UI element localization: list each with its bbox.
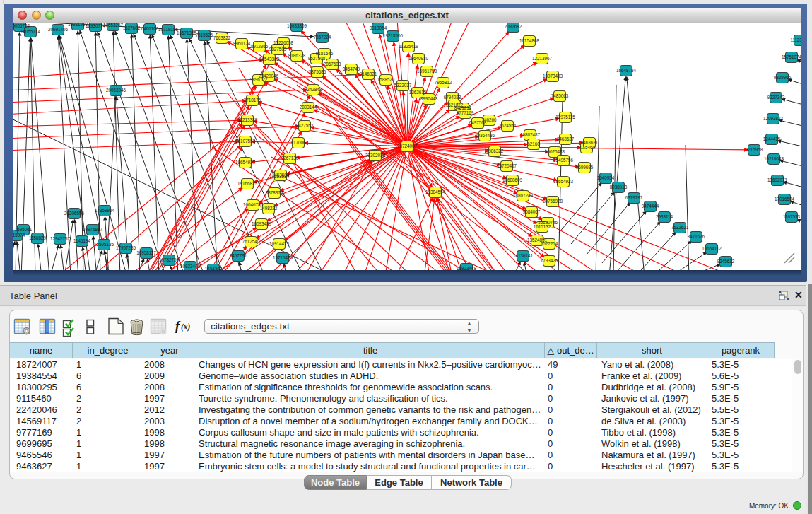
svg-text:1733426: 1733426 — [541, 258, 558, 263]
svg-text:8451212: 8451212 — [454, 105, 472, 110]
svg-text:6379197: 6379197 — [625, 195, 643, 200]
svg-text:1453594: 1453594 — [272, 173, 290, 177]
svg-text:7955812: 7955812 — [435, 80, 452, 85]
svg-text:9777169: 9777169 — [457, 110, 474, 115]
svg-text:14055714: 14055714 — [20, 29, 41, 34]
svg-text:1498222: 1498222 — [260, 206, 278, 211]
svg-text:1595061: 1595061 — [15, 227, 33, 232]
svg-text:10973493: 10973493 — [543, 74, 563, 78]
svg-text:23302033: 23302033 — [365, 153, 386, 158]
svg-text:18724007: 18724007 — [397, 144, 418, 148]
svg-text:7663822: 7663822 — [213, 35, 231, 40]
svg-text:19654923: 19654923 — [553, 179, 574, 184]
svg-text:20206556: 20206556 — [64, 211, 85, 216]
svg-text:8813054: 8813054 — [370, 25, 387, 30]
svg-text:9084067: 9084067 — [523, 209, 541, 214]
svg-text:16671355: 16671355 — [177, 30, 197, 35]
svg-text:16914479: 16914479 — [269, 241, 290, 246]
svg-text:3267130: 3267130 — [281, 156, 299, 160]
svg-text:13226058: 13226058 — [273, 40, 294, 45]
svg-text:23420046: 23420046 — [259, 74, 279, 78]
svg-text:8960124: 8960124 — [233, 41, 251, 46]
svg-text:9463621: 9463621 — [581, 140, 599, 145]
svg-text:9827503: 9827503 — [269, 47, 287, 52]
svg-text:8454749: 8454749 — [343, 66, 360, 71]
svg-text:62160: 62160 — [527, 141, 540, 146]
svg-text:19218506: 19218506 — [383, 33, 404, 38]
svg-text:12505135: 12505135 — [94, 242, 114, 247]
svg-text:16107553: 16107553 — [235, 139, 256, 144]
svg-text:9699695: 9699695 — [576, 165, 594, 170]
svg-text:12975115: 12975115 — [555, 115, 575, 119]
svg-text:19654937: 19654937 — [235, 160, 256, 165]
svg-text:10807487: 10807487 — [520, 132, 541, 137]
svg-text:2522214: 2522214 — [541, 241, 558, 246]
svg-text:18807249: 18807249 — [513, 193, 534, 198]
svg-text:17957235: 17957235 — [116, 245, 136, 250]
svg-text:10688609: 10688609 — [502, 177, 523, 182]
svg-text:16648784: 16648784 — [616, 68, 637, 73]
svg-text:9227342: 9227342 — [767, 95, 785, 100]
svg-text:7515526: 7515526 — [196, 33, 213, 37]
svg-text:19384554: 19384554 — [425, 189, 446, 194]
svg-text:11325419: 11325419 — [399, 44, 418, 49]
svg-text:1362615: 1362615 — [409, 90, 427, 95]
svg-text:3624554: 3624554 — [499, 123, 517, 128]
svg-text:f: f — [175, 319, 181, 333]
svg-text:9474444: 9474444 — [642, 204, 659, 209]
svg-text:2803144: 2803144 — [300, 105, 317, 110]
svg-text:9527508: 9527508 — [308, 56, 326, 61]
svg-text:9245612: 9245612 — [717, 259, 735, 264]
svg-text:1640954: 1640954 — [597, 175, 615, 180]
svg-text:2087682: 2087682 — [505, 24, 522, 29]
svg-text:16154808: 16154808 — [519, 38, 540, 43]
svg-text:10210643: 10210643 — [764, 156, 784, 161]
svg-text:7632621: 7632621 — [671, 225, 689, 230]
svg-text:6466160: 6466160 — [141, 26, 159, 31]
svg-text:15720407: 15720407 — [497, 163, 517, 168]
svg-text:14136141: 14136141 — [513, 253, 534, 258]
svg-text:8878374: 8878374 — [266, 190, 283, 195]
svg-text:10025433: 10025433 — [545, 149, 565, 154]
svg-text:3215958: 3215958 — [746, 147, 763, 152]
svg-text:1145194: 1145194 — [73, 238, 91, 243]
svg-text:16543382: 16543382 — [259, 57, 280, 62]
svg-text:16961758: 16961758 — [417, 69, 437, 74]
svg-text:2718176: 2718176 — [244, 98, 261, 103]
svg-text:8990448: 8990448 — [420, 96, 438, 101]
svg-text:8427552: 8427552 — [296, 123, 314, 128]
svg-text:3875685: 3875685 — [309, 69, 326, 74]
svg-text:17359924: 17359924 — [95, 208, 115, 213]
svg-text:10958117: 10958117 — [136, 250, 156, 255]
svg-text:19166825: 19166825 — [237, 181, 258, 186]
svg-text:2867608: 2867608 — [324, 62, 341, 66]
svg-text:9242848: 9242848 — [305, 87, 322, 92]
svg-text:11123456: 11123456 — [790, 37, 801, 42]
svg-text:9146821: 9146821 — [360, 71, 377, 76]
svg-text:8186328: 8186328 — [288, 53, 306, 58]
svg-text:1244415: 1244415 — [763, 136, 781, 141]
svg-text:3915974: 3915974 — [13, 233, 25, 238]
svg-text:13692971: 13692971 — [767, 177, 788, 182]
svg-text:917006: 917006 — [290, 140, 306, 145]
svg-text:7612540: 7612540 — [242, 239, 260, 244]
svg-text:9115460: 9115460 — [578, 145, 596, 150]
svg-text:8938918: 8938918 — [610, 185, 628, 189]
svg-text:1588520: 1588520 — [377, 77, 395, 82]
svg-text:17016504: 17016504 — [775, 197, 795, 201]
svg-text:9329966: 9329966 — [774, 75, 792, 80]
svg-text:12213967: 12213967 — [532, 56, 553, 61]
svg-text:16782759: 16782759 — [159, 257, 180, 262]
svg-text:20053346: 20053346 — [106, 88, 126, 93]
svg-text:2933114: 2933114 — [656, 214, 673, 219]
svg-text:7357224: 7357224 — [314, 35, 331, 40]
svg-text:5322037: 5322037 — [394, 83, 412, 88]
svg-text:8912956: 8912956 — [251, 44, 269, 49]
svg-text:10923448: 10923448 — [180, 264, 201, 269]
svg-text:1156829: 1156829 — [29, 235, 47, 240]
svg-text:10975887: 10975887 — [83, 227, 103, 232]
svg-text:7986322: 7986322 — [486, 148, 504, 153]
svg-text:12093822: 12093822 — [763, 116, 784, 121]
svg-text:8471676: 8471676 — [688, 234, 705, 239]
svg-text:18640910: 18640910 — [408, 56, 429, 61]
